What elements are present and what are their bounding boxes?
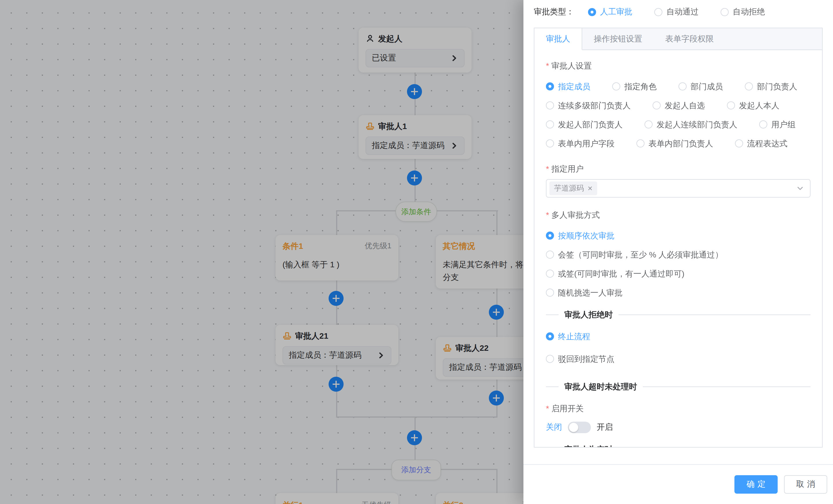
required-star: * — [546, 210, 549, 220]
reject-radio-group: 终止流程 驳回到指定节点 — [546, 331, 810, 364]
cancel-button[interactable]: 取消 — [784, 475, 827, 494]
radio-orsign[interactable]: 或签(可同时审批，有一人通过即可) — [546, 268, 810, 279]
radio-dot — [727, 101, 735, 109]
radio-dot — [546, 332, 554, 341]
radio-return-to-node[interactable]: 驳回到指定节点 — [546, 353, 810, 364]
tab-bar: 审批人 操作按钮设置 表单字段权限 — [534, 28, 822, 50]
radio-assigned-member[interactable]: 指定成员 — [546, 81, 590, 92]
chevron-down-icon — [796, 184, 804, 193]
approver-type-radio-group: 指定成员 指定角色 部门成员 部门负责人 连续多级部门负责人 发起人自选 发起人… — [546, 81, 810, 149]
flow-canvas[interactable]: 发起人 已设置 审批人1 指定成员 — [0, 0, 523, 504]
radio-terminate-process[interactable]: 终止流程 — [546, 331, 810, 342]
timeout-section-divider: 审批人超时未处理时 — [546, 381, 810, 392]
radio-sequential[interactable]: 按顺序依次审批 — [546, 230, 810, 241]
radio-initiator-multi-dept-leader[interactable]: 发起人连续部门负责人 — [644, 119, 737, 130]
empty-approver-divider: 审批人为空时 — [546, 444, 810, 447]
radio-form-user-field[interactable]: 表单内用户字段 — [546, 138, 615, 149]
reject-section-title: 审批人拒绝时 — [564, 309, 613, 320]
radio-dot — [546, 82, 554, 91]
tab-button-settings[interactable]: 操作按钮设置 — [582, 28, 654, 50]
radio-dot — [546, 140, 554, 148]
radio-dot — [652, 101, 661, 109]
workflow-designer: 发起人 已设置 审批人1 指定成员 — [0, 0, 833, 504]
user-tag: 芋道源码 ✕ — [549, 181, 597, 195]
empty-approver-title: 审批人为空时 — [564, 444, 613, 447]
reject-section-divider: 审批人拒绝时 — [546, 309, 810, 320]
approver-config-drawer: 审批类型： 人工审批 自动通过 自动拒绝 审批人 操作按钮设置 表单字段权限 — [523, 0, 833, 504]
switch-off-label: 关闭 — [546, 422, 562, 433]
switch-on-label: 开启 — [597, 422, 613, 433]
radio-dot — [644, 120, 652, 128]
confirm-button[interactable]: 确定 — [734, 475, 778, 494]
radio-dot — [546, 288, 554, 297]
radio-countersign[interactable]: 会签（可同时审批，至少 % 人必须审批通过） — [546, 249, 810, 260]
timeout-toggle-switch[interactable] — [568, 422, 591, 433]
required-star: * — [546, 164, 549, 173]
radio-dot — [759, 120, 767, 128]
radio-dot — [546, 231, 554, 240]
timeout-section-title: 审批人超时未处理时 — [564, 381, 637, 392]
required-star: * — [546, 404, 549, 413]
radio-dot — [546, 120, 554, 128]
radio-multi-level-dept-leader[interactable]: 连续多级部门负责人 — [546, 100, 630, 111]
divider-line — [619, 314, 810, 315]
approver-setting-label: *审批人设置 — [546, 60, 810, 71]
timeout-switch-row: 关闭 开启 — [546, 421, 810, 434]
radio-dot — [679, 82, 687, 91]
radio-dot — [546, 355, 554, 363]
radio-auto-pass[interactable]: 自动通过 — [654, 7, 699, 17]
config-tab-card: 审批人 操作按钮设置 表单字段权限 *审批人设置 指定成员 指定角色 部门成员 … — [534, 28, 823, 448]
radio-process-expression[interactable]: 流程表达式 — [735, 138, 787, 149]
radio-dot — [735, 140, 743, 148]
radio-auto-reject[interactable]: 自动拒绝 — [720, 7, 765, 17]
radio-dept-member[interactable]: 部门成员 — [679, 81, 723, 92]
radio-initiator-dept-leader[interactable]: 发起人部门负责人 — [546, 119, 623, 130]
radio-form-dept-leader[interactable]: 表单内部门负责人 — [637, 138, 713, 149]
tab-form-field-permission[interactable]: 表单字段权限 — [654, 28, 725, 50]
required-star: * — [546, 61, 549, 70]
radio-dot — [612, 82, 620, 91]
radio-initiator-self[interactable]: 发起人本人 — [727, 100, 779, 111]
radio-dot — [546, 101, 554, 109]
tab-approver[interactable]: 审批人 — [534, 28, 582, 50]
radio-dot — [588, 8, 596, 16]
approval-type-row: 审批类型： 人工审批 自动通过 自动拒绝 — [534, 7, 823, 17]
tab-panel-approver: *审批人设置 指定成员 指定角色 部门成员 部门负责人 连续多级部门负责人 发起… — [534, 50, 822, 447]
radio-dot — [720, 8, 729, 16]
divider-line — [546, 386, 558, 387]
radio-random-one[interactable]: 随机挑选一人审批 — [546, 287, 810, 298]
user-select[interactable]: 芋道源码 ✕ — [546, 179, 810, 198]
radio-manual-approval[interactable]: 人工审批 — [588, 7, 633, 17]
radio-dot — [546, 270, 554, 278]
tag-close-icon[interactable]: ✕ — [588, 185, 593, 192]
assign-user-label: *指定用户 — [546, 163, 810, 175]
drawer-footer: 确定 取消 — [523, 464, 833, 504]
radio-dot — [637, 140, 644, 148]
multi-approve-radio-group: 按顺序依次审批 会签（可同时审批，至少 % 人必须审批通过） 或签(可同时审批，… — [546, 230, 810, 298]
divider-line — [546, 314, 558, 315]
radio-dept-leader[interactable]: 部门负责人 — [745, 81, 797, 92]
enable-switch-label: *启用开关 — [546, 403, 810, 414]
radio-dot — [654, 8, 662, 16]
radio-assigned-role[interactable]: 指定角色 — [612, 81, 657, 92]
approval-type-label: 审批类型： — [534, 7, 574, 17]
radio-user-group[interactable]: 用户组 — [759, 119, 795, 130]
modal-overlay[interactable] — [0, 0, 523, 504]
radio-dot — [546, 251, 554, 259]
radio-initiator-select[interactable]: 发起人自选 — [652, 100, 705, 111]
divider-line — [643, 386, 810, 387]
radio-dot — [745, 82, 753, 91]
multi-approve-label: *多人审批方式 — [546, 209, 810, 221]
